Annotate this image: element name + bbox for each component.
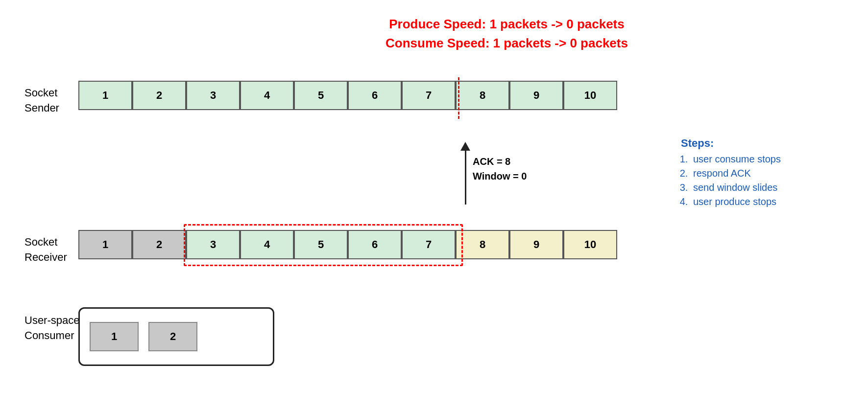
steps-list: user consume stops respond ACK send wind…: [681, 154, 781, 207]
socket-receiver-label: Socket Receiver: [24, 235, 67, 265]
receiver-cell-9: 9: [509, 230, 563, 259]
steps-box: Steps: user consume stops respond ACK se…: [681, 137, 781, 210]
ack-value: ACK = 8: [473, 154, 527, 169]
receiver-dashed-rect: [184, 224, 463, 266]
socket-sender-label: Socket Sender: [24, 86, 59, 116]
arrow-head: [460, 142, 470, 151]
main-container: Produce Speed: 1 packets -> 0 packets Co…: [0, 0, 868, 410]
sender-dashed-vline: [458, 77, 459, 119]
arrow-line: [465, 151, 466, 205]
receiver-cell-2: 2: [132, 230, 186, 259]
sender-buffer: 12345678910: [78, 81, 617, 110]
sender-cell-9: 9: [509, 81, 563, 110]
sender-cell-6: 6: [348, 81, 402, 110]
header-text: Produce Speed: 1 packets -> 0 packets Co…: [386, 15, 628, 53]
sender-cell-5: 5: [294, 81, 348, 110]
receiver-cell-1: 1: [78, 230, 132, 259]
sender-cell-7: 7: [402, 81, 456, 110]
sender-cell-1: 1: [78, 81, 132, 110]
sender-cell-4: 4: [240, 81, 294, 110]
step-1: user consume stops: [691, 154, 781, 165]
step-3: send window slides: [691, 182, 781, 193]
step-4: user produce stops: [691, 196, 781, 207]
window-value: Window = 0: [473, 169, 527, 183]
receiver-cell-10: 10: [563, 230, 617, 259]
consumer-cell-2: 2: [148, 322, 197, 351]
produce-speed-line: Produce Speed: 1 packets -> 0 packets: [386, 15, 628, 34]
ack-label: ACK = 8 Window = 0: [473, 154, 527, 183]
sender-cell-10: 10: [563, 81, 617, 110]
sender-cell-2: 2: [132, 81, 186, 110]
receiver-cell-8: 8: [456, 230, 509, 259]
step-2: respond ACK: [691, 168, 781, 179]
consumer-cell-1: 1: [90, 322, 139, 351]
sender-cell-8: 8: [456, 81, 509, 110]
consumer-label: User-space Consumer: [24, 313, 79, 343]
consume-speed-line: Consume Speed: 1 packets -> 0 packets: [386, 34, 628, 53]
ack-arrow: [460, 142, 470, 205]
sender-cell-3: 3: [186, 81, 240, 110]
steps-title: Steps:: [681, 137, 781, 150]
consumer-box: 12: [78, 307, 274, 366]
